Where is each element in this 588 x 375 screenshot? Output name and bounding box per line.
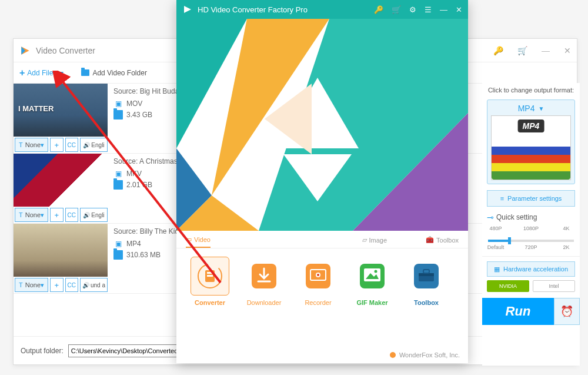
tab-toolbox[interactable]: 🧰Toolbox bbox=[426, 235, 459, 248]
gear-icon[interactable]: ⚙ bbox=[409, 5, 416, 14]
format-value: MKV bbox=[126, 170, 142, 178]
track-select[interactable]: T None ▾ bbox=[15, 208, 48, 222]
output-folder-label: Output folder: bbox=[21, 347, 64, 355]
key-icon[interactable]: 🔑 bbox=[493, 46, 503, 55]
audio-label: Engli bbox=[91, 142, 104, 148]
close-button[interactable]: ✕ bbox=[564, 46, 571, 55]
tile-label: GIF Maker bbox=[348, 299, 396, 306]
image-icon: ▱ bbox=[362, 236, 367, 244]
format-icon: ▣ bbox=[113, 99, 123, 108]
cart-icon[interactable]: 🛒 bbox=[517, 46, 527, 55]
tile-converter[interactable]: Converter bbox=[186, 257, 234, 306]
tab-label: Video bbox=[194, 236, 211, 243]
minimize-button[interactable]: — bbox=[542, 46, 550, 55]
format-value: MP4 bbox=[126, 240, 141, 248]
resolution-slider[interactable] bbox=[488, 240, 574, 242]
tile-recorder[interactable]: Recorder bbox=[294, 257, 342, 306]
launcher-tabs: ▭Video ▱Image 🧰Toolbox bbox=[176, 231, 468, 248]
output-format-title[interactable]: Click to change output format: bbox=[482, 83, 580, 97]
output-panel: Click to change output format: MP4▼ MP4 … bbox=[482, 83, 580, 366]
tile-downloader[interactable]: Downloader bbox=[240, 257, 288, 306]
video-thumbnail[interactable] bbox=[14, 224, 108, 277]
add-track-button[interactable]: + bbox=[50, 138, 63, 152]
add-files-button[interactable]: + Add Files bbox=[19, 68, 56, 78]
chip-icon: ▦ bbox=[494, 266, 500, 273]
tile-label: Converter bbox=[186, 299, 234, 306]
track-value: None bbox=[25, 281, 41, 288]
front-window-title: HD Video Converter Factory Pro bbox=[198, 5, 374, 14]
format-label: MP4 bbox=[518, 104, 535, 113]
video-thumbnail[interactable]: I MATTER bbox=[14, 84, 108, 137]
add-files-label: Add Files bbox=[27, 69, 56, 77]
add-files-dropdown[interactable]: ▾ bbox=[60, 69, 64, 77]
svg-point-21 bbox=[375, 270, 377, 273]
tab-better: Image bbox=[369, 237, 387, 244]
run-button[interactable]: Run bbox=[482, 298, 554, 325]
minimize-button[interactable]: — bbox=[440, 5, 447, 14]
res-mark: 480P bbox=[487, 225, 505, 231]
audio-label: und a bbox=[91, 282, 105, 288]
output-format-card[interactable]: MP4▼ MP4 bbox=[487, 99, 575, 184]
parameter-settings-button[interactable]: ≡ Parameter settings bbox=[487, 190, 575, 207]
close-button[interactable]: ✕ bbox=[456, 5, 462, 14]
add-video-folder-button[interactable]: Add Video Folder bbox=[81, 69, 147, 77]
thumb-overlay-text: I MATTER bbox=[18, 104, 54, 113]
tab-label: Toolbox bbox=[436, 237, 459, 244]
tile-gifmaker[interactable]: GIF Maker bbox=[348, 257, 396, 306]
hardware-acceleration-button[interactable]: ▦ Hardware acceleration bbox=[487, 261, 575, 277]
sliders-icon: ≡ bbox=[500, 195, 504, 202]
front-footer: WonderFox Soft, Inc. bbox=[389, 351, 460, 359]
res-mark: 2K bbox=[557, 244, 575, 250]
format-value: MOV bbox=[126, 99, 142, 108]
svg-rect-12 bbox=[207, 275, 213, 277]
alarm-button[interactable]: ⏰ bbox=[554, 298, 580, 325]
svg-point-17 bbox=[317, 274, 319, 276]
track-value: None bbox=[25, 141, 41, 148]
format-icon: ▣ bbox=[113, 169, 123, 178]
cc-button[interactable]: CC bbox=[65, 138, 78, 152]
slider-handle[interactable] bbox=[508, 237, 511, 244]
cart-icon[interactable]: 🛒 bbox=[392, 5, 401, 14]
tile-label: Downloader bbox=[240, 299, 288, 306]
tile-toolbox[interactable]: Toolbox bbox=[402, 257, 450, 306]
audio-select[interactable]: 🔊und a bbox=[80, 278, 108, 292]
tab-image[interactable]: ▱Image bbox=[362, 235, 387, 248]
track-select[interactable]: T None ▾ bbox=[15, 278, 48, 292]
tile-label: Toolbox bbox=[402, 299, 450, 306]
size-icon bbox=[113, 110, 123, 120]
nvidia-badge[interactable]: NVIDIA bbox=[487, 280, 529, 292]
cc-button[interactable]: CC bbox=[65, 278, 78, 292]
format-badge: MP4 bbox=[518, 120, 544, 132]
svg-rect-11 bbox=[207, 272, 213, 274]
size-value: 3.43 GB bbox=[126, 111, 152, 119]
track-select[interactable]: T None ▾ bbox=[15, 138, 48, 152]
add-folder-label: Add Video Folder bbox=[92, 69, 147, 77]
cc-button[interactable]: CC bbox=[65, 208, 78, 222]
audio-label: Engli bbox=[91, 212, 104, 218]
res-mark: Default bbox=[487, 244, 505, 250]
tile-label: Recorder bbox=[294, 299, 342, 306]
app-logo-icon bbox=[182, 4, 193, 15]
track-value: None bbox=[25, 211, 41, 218]
chevron-down-icon: ▼ bbox=[538, 105, 544, 112]
size-icon bbox=[113, 250, 123, 260]
video-thumbnail[interactable] bbox=[14, 154, 108, 207]
format-preview-image: MP4 bbox=[491, 115, 571, 180]
folder-icon bbox=[81, 69, 89, 76]
hw-label: Hardware acceleration bbox=[503, 266, 568, 273]
audio-select[interactable]: 🔊Engli bbox=[80, 208, 108, 222]
output-folder-input[interactable] bbox=[68, 344, 186, 357]
add-track-button[interactable]: + bbox=[50, 278, 63, 292]
company-logo-icon bbox=[389, 351, 396, 359]
add-track-button[interactable]: + bbox=[50, 208, 63, 222]
plus-icon: + bbox=[19, 68, 25, 78]
audio-select[interactable]: 🔊Engli bbox=[80, 138, 108, 152]
tab-video[interactable]: ▭Video bbox=[186, 235, 211, 248]
intel-badge[interactable]: Intel bbox=[533, 280, 575, 292]
res-mark: 720P bbox=[522, 244, 540, 250]
res-mark: 1080P bbox=[522, 225, 540, 231]
key-icon[interactable]: 🔑 bbox=[374, 5, 383, 14]
toolbox-icon: 🧰 bbox=[426, 236, 434, 244]
list-icon[interactable]: ☰ bbox=[425, 5, 432, 14]
video-icon: ▭ bbox=[186, 235, 192, 243]
